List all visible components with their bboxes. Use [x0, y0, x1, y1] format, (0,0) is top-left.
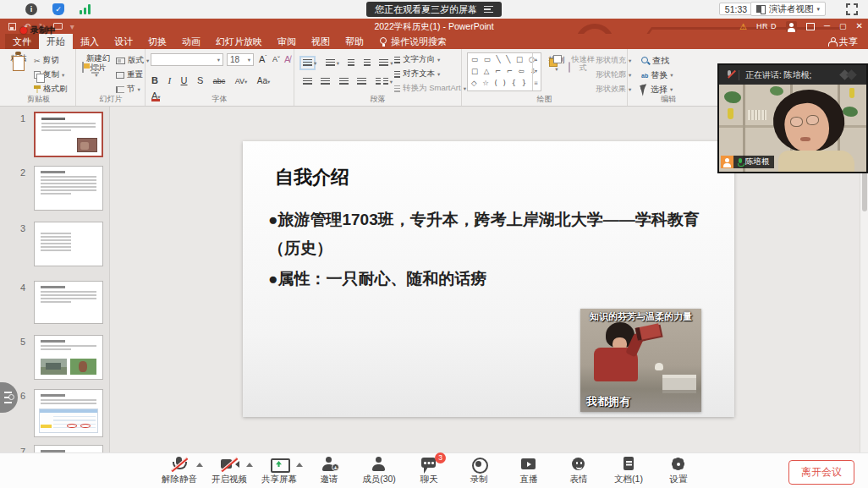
slide-thumbnail-3[interactable] — [34, 222, 103, 266]
account-name[interactable]: HR D — [756, 22, 777, 30]
slide-thumbnail-4[interactable] — [34, 281, 103, 324]
underline-button[interactable]: U — [181, 75, 188, 85]
smartart-button[interactable]: 转换为 SmartArt▾ — [394, 83, 466, 94]
numbering-button[interactable]: ▾ — [326, 59, 339, 67]
paste-button[interactable]: 粘贴 ▾ — [7, 53, 30, 71]
mic-options-caret[interactable] — [196, 463, 203, 467]
chat-button[interactable]: 3 聊天 — [410, 456, 448, 485]
columns-button[interactable]: ▾ — [376, 78, 393, 85]
increase-indent-icon[interactable] — [364, 59, 371, 67]
warning-icon[interactable]: ⚠ — [739, 22, 747, 31]
change-case-button[interactable]: Aa▾ — [257, 76, 271, 85]
unmute-button[interactable]: 解除静音 — [161, 456, 198, 485]
leave-meeting-button[interactable]: 离开会议 — [788, 460, 854, 485]
documents-button[interactable]: 文档(1) — [610, 456, 647, 485]
bold-button[interactable]: B — [151, 75, 158, 85]
tab-design[interactable]: 设计 — [107, 34, 140, 49]
bullet-marker: ● — [268, 270, 277, 288]
current-slide[interactable]: 自我介绍 ●旅游管理1703班，专升本，跨考上岸湖北大学——学科教育（历史） ●… — [243, 141, 734, 417]
clear-formatting-icon[interactable]: A̸ — [284, 54, 290, 64]
slide-thumbnail-2[interactable] — [34, 166, 103, 211]
account-avatar[interactable] — [786, 21, 797, 32]
save-icon[interactable] — [8, 23, 16, 30]
slide-thumbnail-6[interactable] — [34, 389, 103, 437]
tab-view[interactable]: 视图 — [304, 34, 338, 49]
tab-transitions[interactable]: 切换 — [140, 34, 174, 49]
group-slides: 新建幻灯片 ▾ 版式 ▾ 重置 节 ▾ 幻灯片 — [77, 49, 146, 106]
shapes-row: ▭ ▭ ╲ ╲ □ ○ — [471, 53, 541, 65]
shape-fill-button[interactable]: 形状填充▾ — [596, 55, 631, 66]
italic-button[interactable]: I — [168, 75, 171, 85]
meeting-toolbar: 解除静音 开启视频 共享屏幕 + 邀请 成员(30) 3 — [0, 452, 868, 488]
members-button[interactable]: 成员(30) — [360, 456, 398, 485]
document-icon — [618, 456, 639, 473]
bullets-button[interactable]: ▾ — [303, 59, 316, 67]
customize-qat-icon[interactable]: ▾ — [70, 22, 74, 31]
speaker-video-panel[interactable]: 正在讲话: 陈培根; 陈培根 — [717, 63, 868, 173]
maximize-button[interactable]: ▢ — [839, 19, 847, 34]
replace-button[interactable]: ab 替换▾ — [641, 69, 673, 81]
share-screen-button[interactable]: 共享屏幕 — [261, 456, 298, 485]
watching-banner[interactable]: 您正在观看夏三岁的屏幕 — [366, 2, 502, 17]
close-button[interactable]: ✕ — [856, 19, 863, 34]
shape-outline-button[interactable]: 形状轮廓▾ — [596, 69, 631, 80]
invite-button[interactable]: + 邀请 — [310, 456, 348, 485]
slide-thumbnail-1[interactable] — [34, 112, 103, 157]
banner-menu-icon[interactable] — [484, 6, 493, 14]
gallery-scroll[interactable]: ▴▾≡ — [532, 53, 541, 90]
info-icon[interactable]: i — [25, 3, 37, 15]
meeting-logo-icon — [838, 70, 860, 80]
start-video-button[interactable]: 开启视频 — [211, 456, 248, 485]
record-button[interactable]: 录制 — [460, 456, 497, 485]
replace-icon: ab — [641, 73, 648, 79]
new-slide-button[interactable]: 新建幻灯片 ▾ — [82, 53, 111, 79]
find-button[interactable]: 查找 — [641, 55, 669, 67]
copy-button[interactable]: 复制 ▾ — [34, 69, 64, 80]
settings-button[interactable]: 设置 — [660, 456, 697, 485]
security-shield-icon[interactable]: ✓ — [52, 3, 64, 15]
video-options-caret[interactable] — [246, 463, 253, 467]
line-spacing-button[interactable]: ▾ — [379, 59, 393, 67]
ribbon-display-options-icon[interactable] — [806, 23, 815, 30]
decrease-font-size-icon[interactable]: Aˇ — [272, 55, 280, 63]
tell-me-search[interactable]: 操作说明搜索 — [380, 34, 447, 49]
layout-button[interactable]: 版式 ▾ — [116, 55, 149, 66]
slide-thumbnail-7[interactable] — [34, 445, 103, 452]
reset-button[interactable]: 重置 — [116, 69, 143, 80]
shapes-gallery[interactable]: ▭ ▭ ╲ ╲ □ ○ □ △ ⌐ ⌐ ⇦ ⇩ ◇ ☆ ( ) { } ▴▾≡ — [467, 52, 541, 91]
strikethrough-button[interactable]: abc — [213, 77, 226, 85]
align-left-icon[interactable] — [303, 78, 312, 85]
tab-slideshow[interactable]: 幻灯片放映 — [208, 34, 270, 49]
fullscreen-expand-icon[interactable] — [846, 3, 858, 15]
font-name-combobox[interactable]: ▾ — [151, 53, 223, 66]
cut-button[interactable]: ✂ 剪切 — [34, 55, 59, 66]
view-mode-button[interactable]: 演讲者视图 ▾ — [750, 2, 826, 16]
plant-decor — [843, 107, 858, 117]
character-spacing-button[interactable]: AV▾ — [235, 77, 248, 85]
align-text-button[interactable]: 对齐文本▾ — [394, 69, 440, 80]
justify-icon[interactable] — [357, 78, 366, 85]
text-shadow-button[interactable]: S — [197, 75, 203, 85]
align-center-icon[interactable] — [321, 78, 330, 85]
tab-animations[interactable]: 动画 — [174, 34, 208, 49]
meeting-timer: 51:33 — [719, 3, 753, 15]
muted-mic-icon[interactable] — [725, 69, 733, 80]
arrange-button[interactable]: 排列 ▾ — [547, 55, 567, 73]
increase-font-size-icon[interactable]: Aˆ — [259, 54, 266, 64]
quick-styles-button[interactable]: 快速样式 — [569, 55, 594, 72]
tab-insert[interactable]: 插入 — [73, 34, 107, 49]
tab-review[interactable]: 审阅 — [270, 34, 304, 49]
share-button[interactable]: 共享 — [828, 34, 858, 49]
speaker-video-feed[interactable]: 陈培根 — [719, 85, 866, 172]
reactions-button[interactable]: 表情 — [560, 456, 597, 485]
slide-thumbnail-5[interactable] — [34, 335, 103, 380]
decrease-indent-icon[interactable] — [348, 59, 354, 67]
minimize-button[interactable]: ─ — [824, 19, 830, 34]
recording-indicator: 录制中 — [20, 25, 56, 36]
share-options-caret[interactable] — [296, 463, 303, 467]
font-size-combobox[interactable]: 18▾ — [227, 53, 254, 66]
align-right-icon[interactable] — [339, 78, 349, 85]
live-stream-button[interactable]: 直播 — [510, 456, 547, 485]
text-direction-button[interactable]: 文字方向▾ — [394, 54, 440, 65]
tab-help[interactable]: 帮助 — [338, 34, 371, 49]
